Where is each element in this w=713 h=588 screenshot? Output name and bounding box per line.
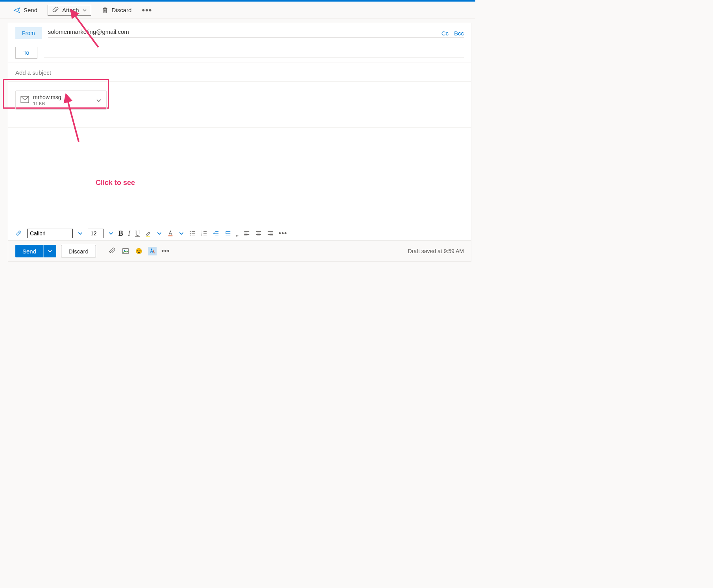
svg-rect-2: [168, 236, 173, 237]
cc-button[interactable]: Cc: [441, 30, 449, 37]
underline-button[interactable]: U: [135, 229, 140, 238]
paperclip-icon: [52, 7, 59, 14]
cc-bcc-group: Cc Bcc: [441, 30, 464, 37]
font-color-button[interactable]: [167, 230, 174, 237]
trash-icon: [102, 7, 109, 14]
send-main-button[interactable]: Send: [15, 245, 43, 257]
svg-point-10: [124, 250, 125, 251]
font-color-dropdown-icon[interactable]: [179, 231, 184, 236]
discard-button-top[interactable]: Discard: [98, 5, 135, 15]
from-value: solomenmarketing@gmail.com: [48, 28, 464, 37]
svg-point-12: [137, 250, 138, 251]
attachment-name: mrhow.msg: [33, 94, 61, 101]
bold-button[interactable]: B: [118, 229, 123, 238]
chevron-down-icon: [96, 98, 102, 103]
send-label: Send: [24, 7, 37, 13]
svg-point-4: [190, 233, 191, 234]
draft-status: Draft saved at 9:59 AM: [408, 248, 464, 254]
compose-area: From solomenmarketing@gmail.com Cc Bcc T…: [8, 23, 471, 262]
bcc-button[interactable]: Bcc: [454, 30, 464, 37]
quote-button[interactable]: „: [236, 229, 238, 238]
align-right-button[interactable]: [267, 230, 274, 237]
svg-point-5: [190, 235, 191, 236]
outdent-button[interactable]: [212, 230, 220, 237]
discard-button-bottom[interactable]: Discard: [61, 245, 96, 257]
bullet-list-button[interactable]: [189, 230, 196, 237]
send-split-button[interactable]: Send: [15, 245, 56, 257]
svg-rect-1: [146, 236, 150, 237]
attach-button[interactable]: Attach: [48, 5, 91, 16]
attachment-chip[interactable]: mrhow.msg 11 KB: [15, 91, 107, 110]
font-dropdown-icon[interactable]: [78, 231, 83, 236]
to-label-button[interactable]: To: [15, 47, 37, 59]
discard-label: Discard: [112, 7, 132, 13]
to-row: To: [8, 43, 471, 63]
message-body[interactable]: Click to see: [8, 128, 471, 226]
svg-point-3: [190, 231, 191, 232]
paperclip-icon[interactable]: [108, 247, 116, 255]
more-options-button[interactable]: •••: [161, 249, 170, 253]
svg-point-11: [136, 248, 142, 254]
divider: [48, 37, 464, 38]
attachment-size: 11 KB: [33, 101, 61, 107]
highlight-button[interactable]: [145, 230, 152, 237]
chevron-down-icon: [82, 8, 87, 13]
subject-input[interactable]: [15, 69, 464, 76]
annotation-text: Click to see: [96, 179, 135, 187]
italic-button[interactable]: I: [128, 229, 130, 238]
from-label-button[interactable]: From: [15, 27, 42, 39]
svg-text:3: 3: [201, 235, 203, 237]
align-center-button[interactable]: [255, 230, 262, 237]
to-input[interactable]: [44, 48, 464, 57]
indent-button[interactable]: [224, 230, 231, 237]
align-left-button[interactable]: [243, 230, 250, 237]
attachment-meta: mrhow.msg 11 KB: [33, 94, 61, 106]
more-actions-button[interactable]: •••: [142, 8, 152, 12]
more-formatting-button[interactable]: •••: [279, 231, 287, 235]
bottom-action-bar: Send Discard ••• Draft saved at 9:59 AM: [8, 240, 471, 261]
envelope-icon: [20, 96, 29, 104]
format-painter-icon[interactable]: [15, 230, 22, 237]
send-button-top[interactable]: Send: [10, 5, 41, 15]
picture-icon[interactable]: [121, 247, 130, 255]
send-icon: [13, 7, 20, 14]
highlight-dropdown-icon[interactable]: [157, 231, 162, 236]
send-dropdown-button[interactable]: [43, 245, 56, 257]
subject-row: [8, 63, 471, 81]
number-list-button[interactable]: 123: [201, 230, 208, 237]
from-row: From solomenmarketing@gmail.com Cc Bcc: [8, 23, 471, 43]
format-toolbar: B I U 123 „ •••: [8, 226, 471, 240]
divider: [44, 57, 464, 57]
font-options-icon[interactable]: [148, 247, 157, 255]
svg-point-13: [140, 250, 140, 251]
size-dropdown-icon[interactable]: [108, 231, 114, 236]
attach-label: Attach: [62, 7, 79, 13]
attachment-area: mrhow.msg 11 KB: [8, 81, 471, 128]
font-family-input[interactable]: [27, 229, 73, 238]
emoji-icon[interactable]: [135, 247, 143, 255]
top-toolbar: Send Attach Discard •••: [0, 2, 475, 19]
font-size-input[interactable]: [88, 229, 103, 238]
